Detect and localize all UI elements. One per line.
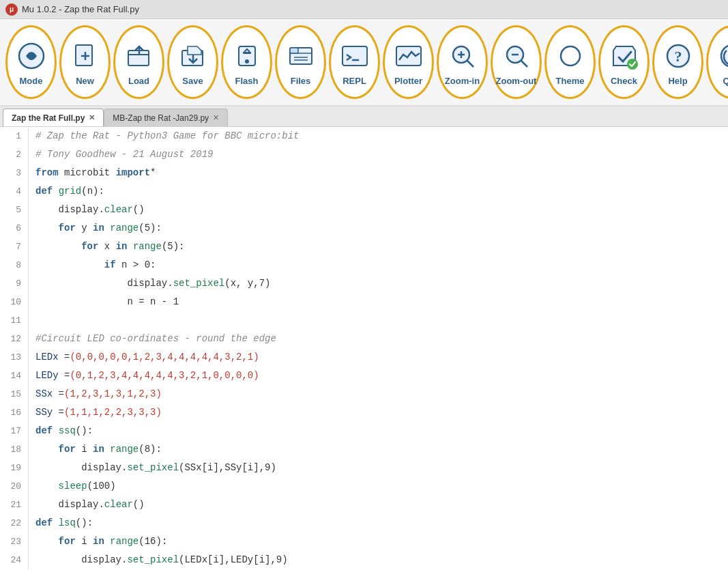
code-line: 2 # Tony Goodhew - 21 August 2019 <box>0 145 728 164</box>
quit-label: Quit <box>723 76 729 86</box>
toolbar: Mode New Load <box>0 19 728 106</box>
new-label: New <box>76 76 94 86</box>
title-bar: μ Mu 1.0.2 - Zap the Rat Full.py <box>0 0 728 19</box>
save-label: Save <box>182 76 203 86</box>
close-tab-1[interactable]: ✕ <box>89 114 95 122</box>
help-label: Help <box>668 76 687 86</box>
theme-icon <box>553 39 587 73</box>
tab-label-2: MB-Zap the Rat -Jan29.py <box>113 113 209 123</box>
tab-mb-zap[interactable]: MB-Zap the Rat -Jan29.py ✕ <box>104 109 228 126</box>
tab-zap-rat-full[interactable]: Zap the Rat Full.py ✕ <box>3 109 104 126</box>
code-line: 16 SSy =(1,1,1,2,2,3,3,3) <box>0 403 728 422</box>
zoom-in-label: Zoom-in <box>445 76 480 86</box>
load-label: Load <box>128 76 149 86</box>
code-line: 23 for i in range(16): <box>0 532 728 551</box>
load-icon <box>122 39 156 73</box>
code-line: 6 for y in range(5): <box>0 219 728 238</box>
tab-bar: Zap the Rat Full.py ✕ MB-Zap the Rat -Ja… <box>0 106 728 127</box>
flash-icon <box>230 39 264 73</box>
svg-point-7 <box>245 59 249 63</box>
mode-button[interactable]: Mode <box>5 25 57 99</box>
repl-icon <box>338 39 372 73</box>
code-line: 17 def ssq(): <box>0 422 728 440</box>
code-line: 8 if n > 0: <box>0 256 728 274</box>
code-line: 11 <box>0 311 728 330</box>
code-line: 19 display.set_pixel(SSx[i],SSy[i],9) <box>0 459 728 477</box>
new-button[interactable]: New <box>59 25 111 99</box>
load-button[interactable]: Load <box>113 25 164 99</box>
repl-label: REPL <box>343 76 366 86</box>
quit-icon <box>715 39 729 73</box>
zoom-out-icon <box>499 39 534 73</box>
tab-label-1: Zap the Rat Full.py <box>12 113 85 123</box>
code-line: 18 for i in range(8): <box>0 440 728 459</box>
theme-button[interactable]: Theme <box>544 25 596 99</box>
code-line: 3 from microbit import* <box>0 164 728 182</box>
save-button[interactable]: Save <box>167 25 218 99</box>
zoom-in-icon <box>446 39 480 73</box>
svg-point-23 <box>561 46 580 66</box>
code-line: 12 #Circuit LED co-ordinates - round the… <box>0 330 728 348</box>
svg-text:?: ? <box>674 48 682 65</box>
code-line: 7 for x in range(5): <box>0 238 728 256</box>
repl-button[interactable]: REPL <box>329 25 380 99</box>
code-line: 5 display.clear() <box>0 201 728 219</box>
code-line: 1 # Zap the Rat - Python3 Game for BBC m… <box>0 127 728 145</box>
flash-label: Flash <box>235 76 259 86</box>
svg-rect-8 <box>243 52 251 54</box>
flash-button[interactable]: Flash <box>221 25 272 99</box>
zoom-in-button[interactable]: Zoom-in <box>437 25 488 99</box>
svg-rect-10 <box>290 48 298 53</box>
new-icon <box>68 39 102 73</box>
code-line: 20 sleep(100) <box>0 477 728 496</box>
mode-icon <box>14 39 48 73</box>
theme-label: Theme <box>556 76 585 86</box>
code-line: 21 display.clear() <box>0 496 728 514</box>
code-line: 9 display.set_pixel(x, y,7) <box>0 274 728 293</box>
code-line: 22 def lsq(): <box>0 514 728 532</box>
plotter-label: Plotter <box>394 76 422 86</box>
svg-line-22 <box>521 61 527 67</box>
code-line: 13 LEDx =(0,0,0,0,0,1,2,3,4,4,4,4,4,3,2,… <box>0 348 728 367</box>
close-tab-2[interactable]: ✕ <box>213 114 219 122</box>
check-button[interactable]: Check <box>598 25 650 99</box>
zoom-out-button[interactable]: Zoom-out <box>491 25 542 99</box>
help-button[interactable]: ? Help <box>652 25 703 99</box>
window-title: Mu 1.0.2 - Zap the Rat Full.py <box>22 4 139 14</box>
code-line: 15 SSx =(1,2,3,1,3,1,2,3) <box>0 385 728 403</box>
code-line: 4 def grid(n): <box>0 182 728 201</box>
check-label: Check <box>611 76 637 86</box>
svg-line-19 <box>467 61 474 67</box>
svg-rect-13 <box>343 46 367 66</box>
app-icon: μ <box>5 3 18 16</box>
files-label: Files <box>291 76 311 86</box>
plotter-icon <box>392 39 426 73</box>
code-line: 10 n = n - 1 <box>0 293 728 311</box>
save-icon <box>176 39 210 73</box>
code-line: 14 LEDy =(0,1,2,3,4,4,4,4,4,3,2,1,0,0,0,… <box>0 367 728 385</box>
mode-label: Mode <box>20 76 43 86</box>
help-icon: ? <box>661 39 695 73</box>
check-icon <box>607 39 641 73</box>
files-button[interactable]: Files <box>275 25 326 99</box>
code-editor[interactable]: 1 # Zap the Rat - Python3 Game for BBC m… <box>0 127 728 570</box>
code-line: 24 display.set_pixel(LEDx[i],LEDy[i],9) <box>0 551 728 569</box>
svg-point-24 <box>627 59 638 70</box>
plotter-button[interactable]: Plotter <box>383 25 434 99</box>
quit-button[interactable]: Quit <box>706 25 728 99</box>
files-icon <box>284 39 318 73</box>
zoom-out-label: Zoom-out <box>496 76 537 86</box>
